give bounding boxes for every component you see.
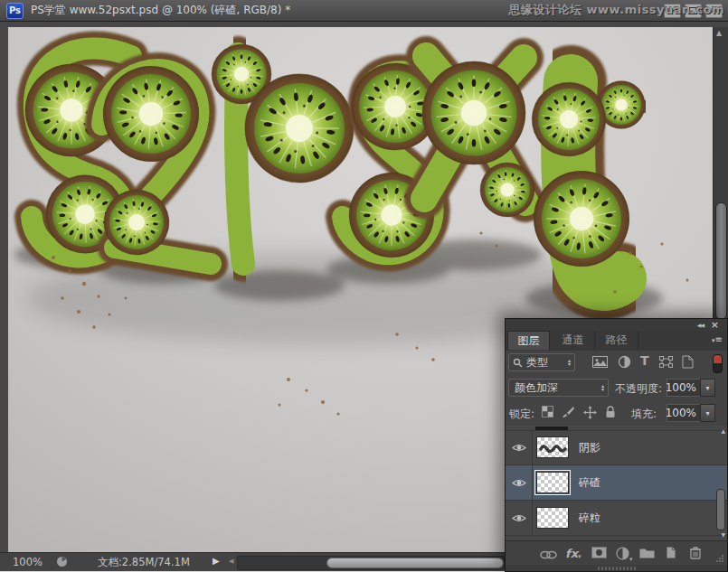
scroll-left-icon[interactable]: ◀ xyxy=(229,558,233,565)
layer-name: 阴影 xyxy=(579,440,600,455)
new-group-folder-icon[interactable] xyxy=(639,547,655,561)
layers-toolbar: fx▾ ▾ xyxy=(506,540,727,566)
panel-drag-strip[interactable] xyxy=(506,565,727,571)
blend-row: 颜色加深 ▴▾ 不透明度: 100% ▾ xyxy=(506,375,727,400)
new-layer-icon[interactable] xyxy=(665,546,676,562)
link-layers-icon[interactable] xyxy=(540,549,557,562)
photoshop-window: Ps PS学堂 www.52psxt.psd @ 100% (碎碴, RGB/8… xyxy=(0,0,728,572)
layer-thumbnail[interactable] xyxy=(536,507,569,529)
select-arrows-icon: ▴▾ xyxy=(601,384,604,392)
photoshop-app-icon: Ps xyxy=(6,3,24,19)
lock-position-move-icon[interactable] xyxy=(583,406,597,422)
panel-close-icon[interactable]: × xyxy=(711,319,719,331)
status-expand-icon[interactable]: ▶ xyxy=(213,556,220,566)
vertical-scroll-thumb[interactable] xyxy=(715,202,727,320)
panel-resize-grip[interactable] xyxy=(715,553,724,566)
visibility-eye-icon[interactable] xyxy=(506,501,533,535)
collapse-panel-icon[interactable]: ◀◀ xyxy=(697,322,704,328)
filter-row: 类型 ▴▾ T xyxy=(506,351,727,375)
panel-tabs: 图层 通道 路径 ▾≡ xyxy=(506,331,727,352)
visibility-eye-icon[interactable] xyxy=(506,465,533,500)
filter-adjustment-layers-icon[interactable] xyxy=(618,355,631,371)
filter-type-layers-icon[interactable]: T xyxy=(640,353,649,368)
scroll-down-icon[interactable]: ▼ xyxy=(721,531,725,538)
lock-all-icon[interactable] xyxy=(605,406,616,421)
filter-kind-value: 类型 xyxy=(526,355,548,370)
visibility-eye-icon[interactable] xyxy=(506,430,533,464)
layer-name: 碎碴 xyxy=(579,475,600,491)
new-adjustment-layer-icon[interactable]: ▾ xyxy=(616,547,633,563)
zoom-level[interactable]: 100% xyxy=(13,556,43,568)
layer-row-suili[interactable]: 碎粒 xyxy=(506,501,727,536)
watermark: 思缘设计论坛 www.missyuan.com xyxy=(508,2,724,18)
layer-name: 碎粒 xyxy=(579,511,600,526)
tab-channels[interactable]: 通道 xyxy=(552,331,595,350)
scroll-up-icon[interactable]: ▲ xyxy=(721,427,725,434)
select-arrows-icon: ▴▾ xyxy=(568,359,571,367)
lock-label: 锁定: xyxy=(509,407,534,422)
layer-scroll-thumb[interactable] xyxy=(716,489,725,530)
layer-row-shadow[interactable]: 阴影 xyxy=(506,430,727,465)
lock-row: 锁定: 填充: 100% ▾ xyxy=(506,400,727,426)
document-size-info: 文档:2.85M/74.1M xyxy=(98,556,190,569)
blend-mode-value: 颜色加深 xyxy=(515,380,558,396)
layer-list-scrollbar[interactable]: ▲ ▼ xyxy=(717,427,725,538)
layer-style-fx-icon[interactable]: fx▾ xyxy=(565,548,581,560)
filter-toggle-switch[interactable] xyxy=(713,354,723,373)
tab-layers[interactable]: 图层 xyxy=(507,331,550,350)
tab-paths[interactable]: 路径 xyxy=(595,331,638,350)
opacity-label: 不透明度: xyxy=(615,381,662,397)
opacity-dropdown-icon[interactable]: ▾ xyxy=(700,379,715,397)
filter-kind-select[interactable]: 类型 ▴▾ xyxy=(508,353,575,371)
drag-handle-dots xyxy=(598,567,636,570)
layers-panel: ◀◀ × 图层 通道 路径 ▾≡ 类型 ▴▾ T xyxy=(505,318,728,572)
opacity-value[interactable]: 100% xyxy=(667,379,701,397)
delete-layer-trash-icon[interactable] xyxy=(689,546,702,562)
layer-thumbnail[interactable] xyxy=(536,472,569,493)
search-icon xyxy=(513,358,523,368)
layer-thumbnail[interactable] xyxy=(536,436,569,458)
panel-menu-icon[interactable]: ▾≡ xyxy=(712,334,723,344)
filter-shape-layers-icon[interactable] xyxy=(659,356,673,370)
add-layer-mask-icon[interactable] xyxy=(591,547,607,561)
layer-row-suicha-selected[interactable]: 碎碴 xyxy=(506,465,727,501)
layer-list: 阴影 碎碴 碎粒 ▲ ▼ xyxy=(506,426,727,540)
horizontal-scroll-thumb[interactable] xyxy=(326,558,504,568)
panel-header: ◀◀ × xyxy=(506,319,727,332)
lock-transparency-icon[interactable] xyxy=(542,406,553,420)
fill-label: 填充: xyxy=(631,407,657,422)
blend-mode-select[interactable]: 颜色加深 ▴▾ xyxy=(508,379,609,397)
fill-dropdown-icon[interactable]: ▾ xyxy=(700,404,715,422)
doc-status-icon xyxy=(56,556,68,570)
filter-smart-objects-icon[interactable] xyxy=(682,355,694,371)
fill-value[interactable]: 100% xyxy=(667,404,701,422)
filter-pixel-layers-icon[interactable] xyxy=(592,356,608,370)
horizontal-scrollbar[interactable] xyxy=(237,556,505,570)
scroll-up-icon[interactable]: ▲ xyxy=(716,29,722,37)
document-title: PS学堂 www.52psxt.psd @ 100% (碎碴, RGB/8) * xyxy=(31,3,290,18)
lock-pixels-brush-icon[interactable] xyxy=(562,406,575,421)
